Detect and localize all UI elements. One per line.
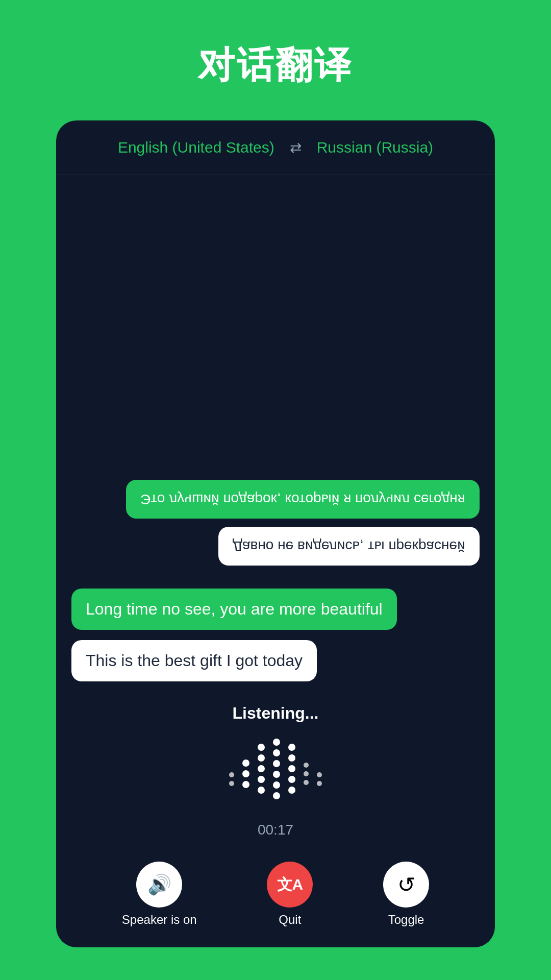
lower-bubble-1: Long time no see, you are more beautiful (71, 589, 397, 630)
dot (258, 776, 265, 783)
dot (273, 739, 280, 746)
upper-messages: Это лучший подарок, который я получил се… (56, 175, 495, 576)
toggle-icon-circle[interactable]: ↺ (383, 862, 429, 908)
dot (273, 771, 280, 778)
dot (242, 781, 249, 788)
dot (288, 744, 295, 751)
dot (258, 744, 265, 751)
timer: 00:17 (258, 822, 293, 838)
dot (273, 749, 280, 756)
dot (229, 781, 234, 786)
bottom-controls: 🔊 Speaker is on 文A Quit ↺ Toggle (56, 851, 495, 947)
wave-col-3 (258, 728, 265, 810)
dot (242, 770, 249, 777)
toggle-icon: ↺ (397, 872, 415, 897)
dot (258, 765, 265, 772)
dot (288, 754, 295, 762)
speaker-icon: 🔊 (147, 873, 171, 896)
dot (288, 765, 295, 772)
dot (273, 781, 280, 789)
upper-bubble-1: Это лучший подарок, который я получил се… (126, 480, 480, 519)
lang-left[interactable]: English (United States) (118, 139, 274, 156)
dot (229, 772, 234, 777)
lang-right[interactable]: Russian (Russia) (317, 139, 433, 156)
dot (273, 760, 280, 767)
quit-label: Quit (279, 913, 301, 927)
dot (288, 776, 295, 783)
listening-section: Listening... (56, 694, 495, 851)
toggle-button[interactable]: ↺ Toggle (383, 862, 429, 927)
dot (304, 763, 309, 768)
quit-icon-circle[interactable]: 文A (267, 862, 313, 908)
speaker-icon-circle[interactable]: 🔊 (136, 862, 182, 908)
lower-bubble-2: This is the best gift I got today (71, 640, 317, 681)
swap-icon[interactable]: ⇄ (290, 139, 302, 156)
lower-messages: Long time no see, you are more beautiful… (56, 576, 495, 694)
toggle-label: Toggle (388, 913, 424, 927)
dot (317, 772, 322, 777)
wave-col-7 (317, 748, 322, 810)
wave-col-5 (288, 728, 295, 810)
listening-label: Listening... (233, 704, 319, 723)
wave-col-4 (273, 728, 280, 810)
waveform (229, 733, 322, 815)
wave-col-6 (304, 738, 309, 810)
dot (273, 792, 280, 799)
wave-col-2 (242, 738, 249, 810)
dot (288, 787, 295, 794)
upper-bubble-2: Давно не виделись, ты прекрасней (218, 527, 480, 566)
page-title: 对话翻译 (198, 41, 353, 90)
dot (304, 780, 309, 785)
quit-button[interactable]: 文A Quit (267, 862, 313, 927)
translate-icon: 文A (277, 874, 304, 895)
dot (317, 781, 322, 786)
dot (304, 771, 309, 776)
dot (258, 787, 265, 794)
dot (258, 754, 265, 762)
speaker-button[interactable]: 🔊 Speaker is on (122, 862, 197, 927)
translator-card: English (United States) ⇄ Russian (Russi… (56, 120, 495, 947)
dot (242, 760, 249, 767)
wave-col-1 (229, 748, 234, 810)
lang-header: English (United States) ⇄ Russian (Russi… (56, 120, 495, 175)
speaker-label: Speaker is on (122, 913, 197, 927)
